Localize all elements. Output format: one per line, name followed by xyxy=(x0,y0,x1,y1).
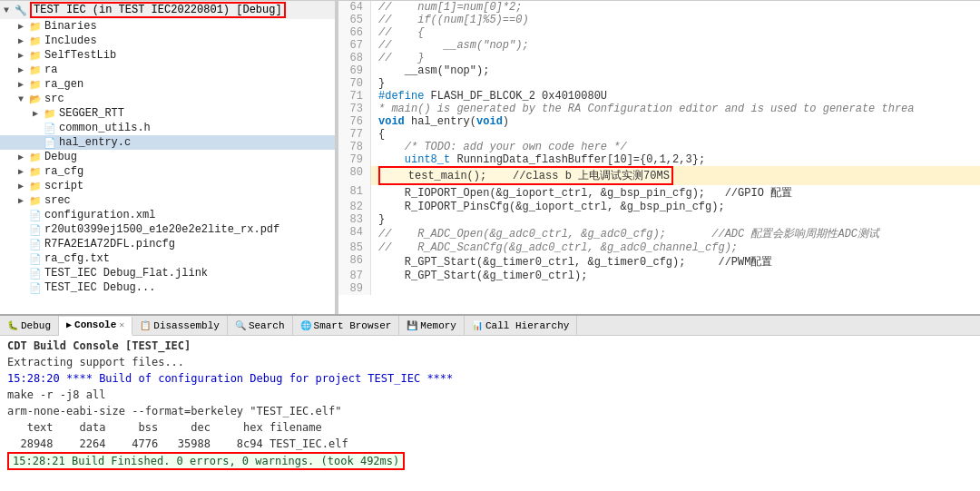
tree-label: SEGGER_RTT xyxy=(59,107,124,120)
tree-icon: 📁 xyxy=(29,64,42,76)
line-content: __asm("nop"); xyxy=(371,64,980,77)
tab-icon: 🔍 xyxy=(235,320,246,331)
tree-label: ra_cfg.txt xyxy=(44,252,110,265)
tree-item-segger_rtt[interactable]: ▶📁SEGGER_RTT xyxy=(0,106,335,121)
tree-label: Debug xyxy=(44,151,77,163)
tree-arrow: ▶ xyxy=(18,181,29,191)
tab-console[interactable]: ▶Console✕ xyxy=(59,317,132,336)
code-line: 86 R_GPT_Start(&g_timer0_ctrl, &g_timer0… xyxy=(338,254,980,270)
line-content: * main() is generated by the RA Configur… xyxy=(371,103,980,115)
tree-item-test_iec_debug_flat[interactable]: 📄TEST_IEC Debug_Flat.jlink xyxy=(0,266,335,280)
tree-arrow: ▶ xyxy=(18,166,29,177)
line-number: 79 xyxy=(338,153,371,166)
code-line: 87 R_GPT_Start(&g_timer0_ctrl); xyxy=(338,270,980,282)
line-content: R_GPT_Start(&g_timer0_ctrl); xyxy=(371,270,980,282)
tab-label: Call Hierarchy xyxy=(485,320,569,331)
tree-label: TEST IEC (in TEST IEC20220801) [Debug] xyxy=(30,2,286,18)
tree-item-r20ut0399[interactable]: 📄r20ut0399ej1500_e1e20e2e2lite_rx.pdf xyxy=(0,222,335,237)
tree-icon: 📁 xyxy=(29,21,42,33)
console-line: 15:28:20 **** Build of configuration Deb… xyxy=(7,370,973,387)
line-number: 85 xyxy=(338,241,371,254)
tree-item-ra_cfg[interactable]: ▶📁ra_cfg xyxy=(0,164,335,179)
tree-label: Binaries xyxy=(44,20,97,33)
tree-item-ra[interactable]: ▶📁ra xyxy=(0,63,335,77)
tree-label: hal_entry.c xyxy=(59,136,131,149)
line-number: 69 xyxy=(338,64,371,77)
line-number: 70 xyxy=(338,77,371,90)
code-type: uint8_t xyxy=(405,153,450,166)
tree-item-debug[interactable]: ▶📁Debug xyxy=(0,150,335,164)
line-content: // __asm("nop"); xyxy=(371,39,980,52)
line-number: 65 xyxy=(338,14,371,26)
line-content: // if((num[1]%5)==0) xyxy=(371,14,980,26)
tree-item-common_utils[interactable]: 📄common_utils.h xyxy=(0,121,335,135)
code-lines: 64// num[1]=num[0]*2;65// if((num[1]%5)=… xyxy=(338,1,980,295)
tree-item-selftestlib[interactable]: ▶📁SelfTestLib xyxy=(0,48,335,63)
tree-item-srec[interactable]: ▶📁srec xyxy=(0,193,335,208)
tab-label: Console xyxy=(74,319,116,330)
code-line: 66// { xyxy=(338,26,980,39)
code-line: 65// if((num[1]%5)==0) xyxy=(338,14,980,26)
tree-item-configuration_xml[interactable]: 📄configuration.xml xyxy=(0,208,335,222)
line-content: } xyxy=(371,77,980,90)
line-content: // } xyxy=(371,52,980,64)
tree-arrow: ▶ xyxy=(18,64,29,75)
code-line: 89 xyxy=(338,282,980,295)
line-number: 73 xyxy=(338,103,371,115)
tab-debug[interactable]: 🐛Debug xyxy=(0,316,59,335)
tree-item-ra_cfg_txt[interactable]: 📄ra_cfg.txt xyxy=(0,251,335,266)
code-define: #define xyxy=(378,90,424,103)
tab-search[interactable]: 🔍Search xyxy=(228,316,293,335)
line-number: 68 xyxy=(338,52,371,64)
tree-item-binaries[interactable]: ▶📁Binaries xyxy=(0,19,335,34)
code-comment: * main() is generated by the RA Configur… xyxy=(378,103,915,115)
tree-item-src[interactable]: ▼📂src xyxy=(0,92,335,106)
tree-item-script[interactable]: ▶📁script xyxy=(0,179,335,193)
line-content: /* TODO: add your own code here */ xyxy=(371,141,980,153)
code-line: 64// num[1]=num[0]*2; xyxy=(338,1,980,14)
line-content: #define FLASH_DF_BLCOK_2 0x4010080U xyxy=(371,90,980,103)
line-content: } xyxy=(371,213,980,226)
tab-smart-browser[interactable]: 🌐Smart Browser xyxy=(293,316,400,335)
line-number: 76 xyxy=(338,115,371,128)
tree-item-ra_gen[interactable]: ▶📁ra_gen xyxy=(0,77,335,92)
tab-call-hierarchy[interactable]: 📊Call Hierarchy xyxy=(465,316,577,335)
tree-item-hal_entry[interactable]: 📄hal_entry.c xyxy=(0,135,335,150)
code-line: 68// } xyxy=(338,52,980,64)
build-success: 15:28:21 Build Finished. 0 errors, 0 war… xyxy=(7,452,405,470)
code-comment: // { xyxy=(378,26,424,39)
tab-memory[interactable]: 💾Memory xyxy=(399,316,465,335)
tree-item-includes[interactable]: ▶📁Includes xyxy=(0,34,335,48)
line-number: 87 xyxy=(338,270,371,282)
tree-label: common_utils.h xyxy=(59,122,151,134)
tab-close[interactable]: ✕ xyxy=(119,319,124,330)
line-content: void hal_entry(void) xyxy=(371,115,980,128)
tree-icon: 📁 xyxy=(29,195,42,207)
tree-item-test_iec_debug2[interactable]: 📄TEST_IEC Debug... xyxy=(0,280,335,295)
bottom-panel: 🐛Debug▶Console✕📋Disassembly🔍Search🌐Smart… xyxy=(0,314,980,491)
code-line: 83} xyxy=(338,213,980,226)
code-comment: // num[1]=num[0]*2; xyxy=(378,1,522,14)
code-editor: 64// num[1]=num[0]*2;65// if((num[1]%5)=… xyxy=(338,1,980,314)
tree-item-r7fa2e1a72dfl[interactable]: 📄R7FA2E1A72DFL.pincfg xyxy=(0,237,335,251)
tree-label: r20ut0399ej1500_e1e20e2e2lite_rx.pdf xyxy=(44,223,279,236)
tree-label: script xyxy=(44,180,83,192)
tree-arrow: ▶ xyxy=(18,152,29,162)
console-line: text data bss dec hex filename xyxy=(7,419,973,436)
tree-icon: 📁 xyxy=(29,166,42,178)
line-content xyxy=(371,282,980,295)
tree-item-root[interactable]: ▼🔧TEST IEC (in TEST IEC20220801) [Debug] xyxy=(0,1,335,19)
tree-label: SelfTestLib xyxy=(44,49,116,62)
code-line: 76void hal_entry(void) xyxy=(338,115,980,128)
tree-icon: 📁 xyxy=(29,50,42,62)
line-number: 64 xyxy=(338,1,371,14)
tab-disassembly[interactable]: 📋Disassembly xyxy=(132,316,228,335)
tree-arrow: ▶ xyxy=(18,195,29,206)
console-line: make -r -j8 all xyxy=(7,387,973,403)
code-line: 73* main() is generated by the RA Config… xyxy=(338,103,980,115)
line-number: 66 xyxy=(338,26,371,39)
tree-icon: 📂 xyxy=(29,93,42,105)
line-number: 71 xyxy=(338,90,371,103)
tree-icon: 📁 xyxy=(29,181,42,192)
tab-icon: 📋 xyxy=(140,320,151,331)
